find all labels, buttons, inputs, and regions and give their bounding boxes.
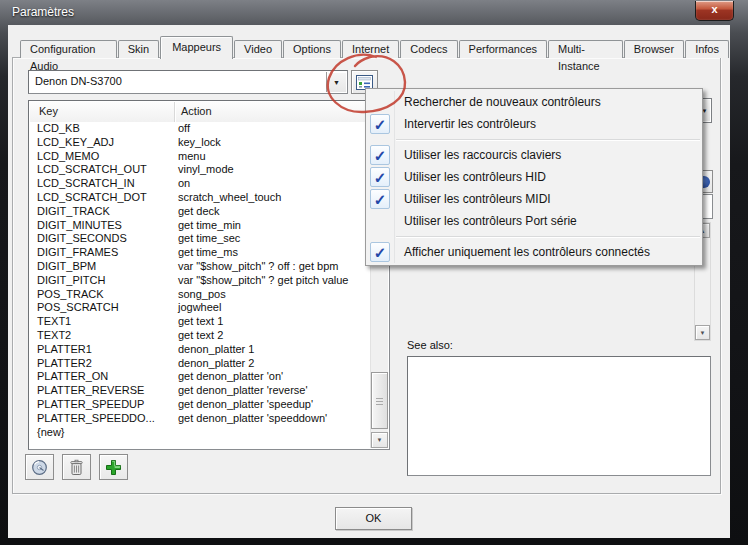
row-action: get denon_platter 'speedup' [168, 398, 371, 412]
menu-item-label: Utiliser les raccourcis claviers [404, 148, 561, 162]
menu-item[interactable]: ✓ Utiliser les raccourcis claviers [366, 144, 702, 166]
table-row[interactable]: DIGIT_FRAMES get time_ms [30, 246, 371, 260]
menu-item[interactable]: ✓ Utiliser les contrôleurs MIDI [366, 188, 702, 210]
controller-options-menu: ✓ Rechercher de nouveaux contrôleurs ✓ I… [365, 88, 703, 266]
table-row[interactable]: PLATTER_SPEEDDO... get denon_platter 'sp… [30, 412, 371, 426]
disc-icon [31, 459, 48, 476]
menu-item-label: Utiliser les contrôleurs HID [404, 170, 546, 184]
row-action: get deck [168, 205, 371, 219]
menu-item[interactable]: ✓ Utiliser les contrôleurs HID [366, 166, 702, 188]
ok-button[interactable]: OK [335, 507, 412, 530]
row-key: PLATTER1 [30, 343, 168, 357]
tab[interactable]: Mappeurs [160, 36, 233, 59]
checkbox: ✓ [370, 189, 390, 209]
row-action [168, 426, 371, 440]
column-header-action[interactable]: Action [175, 102, 388, 122]
row-key: LCD_SCRATCH_OUT [30, 163, 168, 177]
close-icon: x [711, 3, 717, 15]
table-row[interactable]: LCD_MEMO menu [30, 150, 371, 164]
row-key: DIGIT_FRAMES [30, 246, 168, 260]
row-key: DIGIT_PITCH [30, 274, 168, 288]
title-bar[interactable]: Paramètres x [0, 0, 748, 25]
row-key: PLATTER_REVERSE [30, 384, 168, 398]
table-row[interactable]: DIGIT_MINUTES get time_min [30, 219, 371, 233]
table-row[interactable]: PLATTER1 denon_platter 1 [30, 343, 371, 357]
table-row[interactable]: TEXT1 get text 1 [30, 315, 371, 329]
delete-mapping-button[interactable] [62, 454, 91, 480]
table-row[interactable]: POS_TRACK song_pos [30, 288, 371, 302]
menu-item[interactable]: ✓ Intervertir les contrôleurs [366, 113, 702, 135]
row-action: menu [168, 150, 371, 164]
row-action: get time_sec [168, 232, 371, 246]
tab[interactable]: Skin [118, 40, 159, 58]
menu-item[interactable]: ✓ Afficher uniquement les contrôleurs co… [366, 241, 702, 263]
tab[interactable]: Multi-Instance [548, 40, 623, 58]
table-row[interactable]: PLATTER_SPEEDUP get denon_platter 'speed… [30, 398, 371, 412]
see-also-label: See also: [407, 339, 453, 351]
row-key: {new} [30, 426, 168, 440]
row-action: jogwheel [168, 301, 371, 315]
reset-mapping-button[interactable] [25, 454, 54, 480]
dialog-client-area: Configuration AudioSkinMappeursVideoOpti… [8, 25, 730, 538]
tab[interactable]: Performances [459, 40, 547, 58]
table-row[interactable]: DIGIT_TRACK get deck [30, 205, 371, 219]
table-row[interactable]: DIGIT_BPM var "$show_pitch" ? off : get … [30, 260, 371, 274]
trash-icon [69, 459, 84, 476]
controller-select-value: Denon DN-S3700 [35, 75, 122, 87]
check-icon: ✓ [374, 245, 387, 260]
tab-strip: Configuration AudioSkinMappeursVideoOpti… [20, 35, 730, 58]
table-row[interactable]: PLATTER_REVERSE get denon_platter 'rever… [30, 384, 371, 398]
table-row[interactable]: LCD_SCRATCH_IN on [30, 177, 371, 191]
table-row[interactable]: DIGIT_SECONDS get time_sec [30, 232, 371, 246]
menu-item-label: Intervertir les contrôleurs [404, 117, 536, 131]
close-button[interactable]: x [695, 1, 734, 21]
table-row[interactable]: DIGIT_PITCH var "$show_pitch" ? get pitc… [30, 274, 371, 288]
row-action: key_lock [168, 136, 371, 150]
row-action: song_pos [168, 288, 371, 302]
row-key: LCD_MEMO [30, 150, 168, 164]
row-key: LCD_SCRATCH_IN [30, 177, 168, 191]
tab[interactable]: Configuration Audio [20, 40, 117, 58]
tab[interactable]: Infos [685, 40, 729, 58]
controller-select[interactable]: Denon DN-S3700 ▼ [28, 70, 348, 94]
table-header: Key Action [30, 102, 388, 123]
row-key: DIGIT_SECONDS [30, 232, 168, 246]
combo-dropdown-button[interactable]: ▼ [326, 72, 346, 92]
add-icon [105, 459, 122, 476]
scroll-down-button[interactable]: ▼ [695, 325, 710, 340]
table-row[interactable]: {new} [30, 426, 371, 440]
menu-item-label: Afficher uniquement les contrôleurs conn… [404, 245, 650, 259]
tab[interactable]: Internet [342, 40, 399, 58]
check-icon: ✓ [374, 192, 387, 207]
table-row[interactable]: PLATTER2 denon_platter 2 [30, 357, 371, 371]
row-action: get text 2 [168, 329, 371, 343]
tab[interactable]: Codecs [400, 40, 457, 58]
tab[interactable]: Options [283, 40, 341, 58]
row-action: get time_min [168, 219, 371, 233]
row-action: denon_platter 2 [168, 357, 371, 371]
checkbox: ✓ [370, 114, 390, 134]
chevron-down-icon: ▼ [333, 79, 340, 86]
row-key: PLATTER_ON [30, 370, 168, 384]
tab[interactable]: Browser [624, 40, 684, 58]
check-icon: ✓ [374, 170, 387, 185]
check-icon: ✓ [374, 117, 387, 132]
scroll-down-button[interactable]: ▼ [371, 432, 388, 448]
table-row[interactable]: LCD_SCRATCH_OUT vinyl_mode [30, 163, 371, 177]
checkbox: ✓ [370, 242, 390, 262]
see-also-listbox[interactable] [407, 356, 711, 476]
table-row[interactable]: LCD_KB off [30, 122, 371, 136]
column-header-key[interactable]: Key [30, 102, 175, 122]
scrollbar-thumb[interactable] [371, 372, 388, 429]
table-row[interactable]: TEXT2 get text 2 [30, 329, 371, 343]
table-row[interactable]: LCD_KEY_ADJ key_lock [30, 136, 371, 150]
table-row[interactable]: PLATTER_ON get denon_platter 'on' [30, 370, 371, 384]
add-mapping-button[interactable] [99, 454, 128, 480]
row-key: LCD_KEY_ADJ [30, 136, 168, 150]
menu-item[interactable]: ✓ Rechercher de nouveaux contrôleurs [366, 91, 702, 113]
table-row[interactable]: LCD_SCRATCH_DOT scratch_wheel_touch [30, 191, 371, 205]
tab[interactable]: Video [234, 40, 282, 58]
table-row[interactable]: POS_SCRATCH jogwheel [30, 301, 371, 315]
thumb-grip [376, 398, 383, 405]
menu-item[interactable]: ✓ Utiliser les contrôleurs Port série [366, 210, 702, 232]
